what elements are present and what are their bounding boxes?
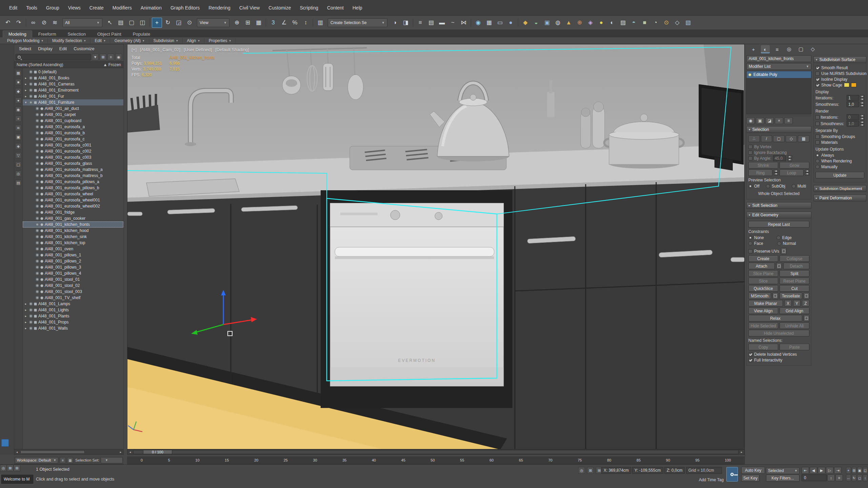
grid-align-button[interactable]: Grid Align bbox=[780, 308, 809, 314]
scene-explorer-row[interactable]: ▸ AI48_001_Walls bbox=[23, 325, 123, 331]
preview-multi-radio[interactable] bbox=[792, 184, 796, 188]
constraint-edge-radio[interactable] bbox=[776, 236, 781, 240]
frame-spinner[interactable]: ↕ bbox=[827, 474, 835, 481]
materials-checkbox[interactable] bbox=[815, 140, 820, 144]
named-selection-sets-select[interactable]: Create Selection Se▼ bbox=[328, 18, 387, 27]
visibility-icon[interactable] bbox=[36, 107, 39, 110]
selection-lock-icon[interactable]: ⊠ bbox=[587, 467, 594, 474]
scene-explorer-row[interactable]: AI48_001_eurosofa_wheel002 bbox=[23, 203, 123, 209]
scene-explorer-row[interactable]: AI48_001_oven bbox=[23, 246, 123, 252]
select-and-link-icon[interactable]: ∞ bbox=[28, 18, 38, 28]
display-shapes-icon[interactable]: ◆ bbox=[15, 88, 21, 94]
element-mode-icon[interactable]: ▩ bbox=[798, 135, 809, 142]
configure-modifier-sets-icon[interactable]: ≡ bbox=[784, 117, 793, 124]
percent-snap-icon[interactable]: % bbox=[290, 18, 300, 28]
loop-button[interactable]: Loop bbox=[780, 170, 804, 176]
scene-explorer-row[interactable]: ▸ AI48_001_Props bbox=[23, 319, 123, 325]
toolbar-extra-icon[interactable]: ◔ bbox=[650, 18, 661, 28]
msmooth-settings-button[interactable] bbox=[772, 293, 778, 299]
visibility-icon[interactable] bbox=[36, 229, 39, 232]
edit-named-selection-sets-icon[interactable]: ▥ bbox=[315, 18, 325, 28]
render-iterations-checkbox[interactable] bbox=[815, 115, 820, 119]
ribbon-tab[interactable]: Populate bbox=[127, 31, 156, 37]
scene-explorer-column-header[interactable]: Name (Sorted Ascending) ▲ Frozen bbox=[14, 61, 123, 68]
toolbar-extra-icon[interactable]: ◈ bbox=[585, 18, 596, 28]
select-and-rotate-icon[interactable]: ↻ bbox=[163, 18, 173, 28]
toolbar-extra-icon[interactable]: ◒ bbox=[531, 18, 541, 28]
scene-explorer-row[interactable]: AI48_001_pillows_3 bbox=[23, 264, 123, 270]
scene-explorer-row[interactable]: AI48_001_eurosofa_c002 bbox=[23, 148, 123, 154]
workspace-select[interactable]: Workspace: Default▼ bbox=[15, 457, 58, 463]
render-iterations-field[interactable]: 0 bbox=[847, 114, 859, 120]
cage-color-swatch[interactable] bbox=[844, 83, 849, 87]
redo-icon[interactable]: ↷ bbox=[14, 18, 24, 28]
scene-explorer-row[interactable]: AI48_001_pillows_1 bbox=[23, 252, 123, 258]
time-slider-track[interactable]: 0 / 100 bbox=[133, 450, 739, 454]
subdivision-surface-rollout-header[interactable]: ▾Subdivision Surface bbox=[813, 56, 866, 63]
msmooth-button[interactable]: MSmooth bbox=[748, 293, 771, 299]
pin-stack-icon[interactable]: ◉ bbox=[746, 117, 755, 124]
zoom-icon[interactable]: + bbox=[846, 467, 851, 474]
visibility-icon[interactable] bbox=[36, 217, 39, 220]
visibility-icon[interactable] bbox=[36, 284, 39, 287]
make-planar-z-button[interactable]: Z bbox=[802, 300, 809, 307]
explorer-pin-icon[interactable]: ◉ bbox=[115, 54, 122, 60]
quickslice-button[interactable]: QuickSlice bbox=[748, 285, 778, 292]
scene-explorer-row[interactable]: AI48_001_eurosofa_a bbox=[23, 124, 123, 130]
visibility-icon[interactable] bbox=[36, 156, 39, 159]
scene-explorer-row[interactable]: AI48_001_eurosofa_glass bbox=[23, 160, 123, 167]
toolbar-separator[interactable] bbox=[517, 18, 520, 27]
edge-mode-icon[interactable]: / bbox=[761, 135, 772, 142]
auto-key-button[interactable]: Auto Key bbox=[741, 467, 765, 474]
visibility-icon[interactable] bbox=[36, 150, 39, 153]
view-align-button[interactable]: View Align bbox=[748, 308, 778, 314]
toolbar-extra-icon[interactable]: ◆ bbox=[520, 18, 530, 28]
curve-editor-icon[interactable]: ~ bbox=[448, 18, 458, 28]
reset-plane-button[interactable]: Reset Plane bbox=[780, 278, 809, 284]
toolbar-extra-icon[interactable]: ⊙ bbox=[661, 18, 671, 28]
display-containers-icon[interactable]: ▢ bbox=[15, 161, 21, 168]
visibility-icon[interactable] bbox=[36, 278, 39, 281]
copy-button[interactable]: Copy bbox=[748, 344, 778, 350]
toolbar-extra-icon[interactable]: ▣ bbox=[542, 18, 552, 28]
ring-spinner[interactable] bbox=[774, 170, 778, 175]
scene-explorer-row[interactable]: AI48_001_gas_cooker bbox=[23, 215, 123, 221]
smooth-result-checkbox[interactable] bbox=[815, 66, 820, 70]
preview-subobj-radio[interactable] bbox=[766, 184, 770, 188]
ribbon-tab[interactable]: Object Paint bbox=[92, 31, 127, 37]
time-config-icon[interactable]: ≡ bbox=[835, 474, 843, 481]
selection-filter-select[interactable]: All▼ bbox=[62, 18, 102, 27]
preserve-uvs-settings-button[interactable] bbox=[781, 248, 787, 254]
scene-explorer-row[interactable]: AI48_001_pillows_4 bbox=[23, 270, 123, 276]
explorer-lock-icon[interactable]: ⊠ bbox=[100, 54, 106, 60]
rectangular-selection-region-icon[interactable]: ▢ bbox=[126, 18, 137, 28]
update-always-radio[interactable] bbox=[815, 153, 820, 157]
remove-modifier-icon[interactable]: × bbox=[775, 117, 783, 124]
explorer-filter-icon[interactable]: ▼ bbox=[92, 54, 99, 60]
display-groups-icon[interactable]: ▣ bbox=[15, 134, 21, 140]
select-by-name-icon[interactable]: ▤ bbox=[116, 18, 126, 28]
toggle-ribbon-icon[interactable]: ▬ bbox=[437, 18, 447, 28]
make-unique-icon[interactable]: ◪ bbox=[765, 117, 774, 124]
frozen-column-header[interactable]: Frozen bbox=[108, 62, 121, 67]
zoom-region-icon[interactable]: ◱ bbox=[863, 467, 868, 474]
play-icon[interactable]: ▶ bbox=[818, 467, 825, 474]
motion-tab-icon[interactable]: ◎ bbox=[785, 45, 793, 53]
display-xrefs-icon[interactable]: ◈ bbox=[15, 143, 21, 149]
current-frame-field[interactable]: 0 bbox=[802, 474, 827, 481]
expand-arrow-icon[interactable]: ▸ bbox=[24, 89, 28, 92]
visibility-icon[interactable] bbox=[36, 296, 39, 299]
visibility-icon[interactable] bbox=[36, 198, 39, 202]
toggle-scene-explorer-icon[interactable]: ≡ bbox=[415, 18, 425, 28]
smoothing-groups-checkbox[interactable] bbox=[815, 135, 820, 139]
attach-settings-button[interactable] bbox=[776, 263, 782, 269]
expand-arrow-icon[interactable]: ▸ bbox=[24, 302, 28, 306]
scene-explorer-row[interactable]: AI48_001_kitchen_hood bbox=[23, 228, 123, 234]
create-button[interactable]: Create bbox=[748, 255, 778, 262]
viewport-label-item[interactable]: [Default Shading] bbox=[215, 47, 249, 52]
set-key-button[interactable]: Set Key bbox=[741, 475, 760, 482]
menu-item[interactable]: Views bbox=[64, 3, 85, 12]
toolbar-extra-icon[interactable]: ◍ bbox=[553, 18, 563, 28]
visibility-icon[interactable] bbox=[29, 89, 33, 92]
select-and-manipulate-icon[interactable]: ⊞ bbox=[243, 18, 253, 28]
